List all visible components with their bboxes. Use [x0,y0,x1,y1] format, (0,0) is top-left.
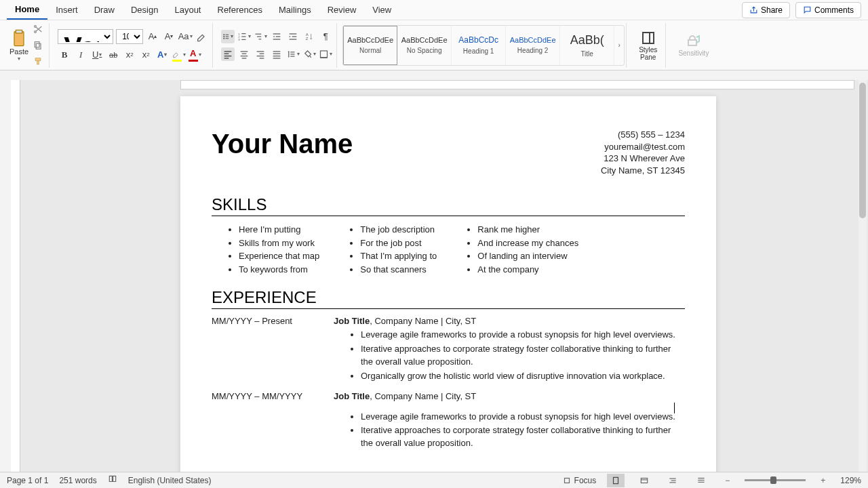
scrollbar-vertical[interactable] [859,80,867,472]
zoom-level[interactable]: 129% [840,476,861,485]
align-right-button[interactable] [254,47,267,61]
sort-button[interactable]: AZ [302,30,316,43]
line-spacing-button[interactable] [286,47,300,61]
print-layout-icon [611,476,620,485]
increase-indent-button[interactable] [286,30,300,43]
sort-icon: AZ [304,31,315,42]
borders-icon [319,49,329,60]
decrease-indent-button[interactable] [270,30,283,43]
print-layout-view[interactable] [607,474,625,487]
outline-view[interactable] [664,474,682,487]
bucket-icon [302,49,313,60]
align-left-button[interactable] [221,47,235,61]
change-case-button[interactable]: Aa [178,30,192,43]
svg-rect-30 [224,53,229,54]
zoom-in-button[interactable]: + [816,476,829,485]
tab-references[interactable]: References [210,1,271,19]
comments-button[interactable]: Comments [795,2,861,18]
tab-design[interactable]: Design [123,1,166,19]
style-heading-2[interactable]: AaBbCcDdEeHeading 2 [506,26,560,65]
ruler-vertical[interactable] [11,80,20,472]
svg-text:A: A [306,32,309,36]
align-center-button[interactable] [237,47,251,61]
multilevel-list-button[interactable] [254,30,267,43]
borders-button[interactable] [319,47,332,61]
status-bar: Page 1 of 1 251 words English (United St… [0,472,868,488]
highlight-button[interactable] [172,48,185,62]
format-painter-button[interactable] [31,55,45,68]
svg-rect-26 [290,39,297,39]
tab-home[interactable]: Home [7,0,47,20]
draft-view[interactable] [692,474,710,487]
sensitivity-icon [686,33,702,49]
page-indicator[interactable]: Page 1 of 1 [7,476,48,485]
align-right-icon [255,49,266,60]
svg-rect-11 [226,38,229,39]
page[interactable]: Your Name (555) 555 – 1234 youremail@tes… [180,96,716,472]
svg-rect-44 [273,58,281,58]
font-size-select[interactable]: 10 [116,29,143,44]
shrink-font-button[interactable]: A▾ [162,30,176,43]
style-no-spacing[interactable]: AaBbCcDdEeNo Spacing [397,26,452,65]
copy-button[interactable] [31,39,45,52]
svg-point-8 [224,36,225,37]
ruler-horizontal[interactable] [180,80,854,89]
numbering-icon: 123 [237,31,248,42]
tab-view[interactable]: View [364,1,399,19]
shading-button[interactable] [302,47,316,61]
tab-review[interactable]: Review [319,1,365,19]
svg-point-2 [35,30,37,33]
clear-formatting-button[interactable] [195,30,208,43]
sensitivity-button[interactable]: Sensitivity [674,33,713,57]
zoom-slider[interactable] [745,479,806,481]
svg-rect-13 [241,33,245,34]
subscript-button[interactable]: x2 [123,48,136,62]
bullets-button[interactable] [221,30,235,43]
paste-button[interactable]: Paste ▾ [9,28,28,62]
document-area: Your Name (555) 555 – 1234 youremail@tes… [11,80,868,472]
focus-mode-button[interactable]: Focus [562,476,597,485]
word-count[interactable]: 251 words [59,476,96,485]
grow-font-button[interactable]: A▴ [146,30,159,43]
indent-icon [288,31,298,42]
strikethrough-button[interactable]: ab [106,48,120,62]
style-heading-1[interactable]: AaBbCcDcHeading 1 [452,26,506,65]
styles-gallery: AaBbCcDdEeNormal AaBbCcDdEeNo Spacing Aa… [342,25,625,66]
copy-icon [33,40,43,51]
show-marks-button[interactable]: ¶ [319,30,332,43]
tab-draw[interactable]: Draw [86,1,123,19]
cut-button[interactable] [31,22,45,36]
superscript-button[interactable]: x2 [139,48,153,62]
svg-rect-19 [257,36,261,37]
share-icon [749,5,758,14]
font-name-select[interactable]: Verdana [58,29,113,44]
style-normal[interactable]: AaBbCcDdEeNormal [343,26,397,65]
svg-point-6 [224,34,225,35]
svg-rect-33 [241,51,248,52]
pane-icon [640,30,656,46]
more-styles-button[interactable]: › [614,41,624,49]
zoom-out-button[interactable]: − [721,476,734,485]
tab-layout[interactable]: Layout [166,1,209,19]
style-title[interactable]: AaBb(Title [560,26,614,65]
spellcheck-button[interactable] [108,474,117,486]
numbering-button[interactable]: 123 [237,30,251,43]
underline-button[interactable]: U [90,48,104,62]
language-indicator[interactable]: English (United States) [128,476,212,485]
tab-insert[interactable]: Insert [47,1,86,19]
svg-rect-21 [273,33,281,34]
italic-button[interactable]: I [74,48,87,62]
text-effects-button[interactable]: A [155,48,169,62]
ribbon: Paste ▾ Verdana 10 A▴ A▾ Aa B I U ab [0,20,868,70]
tab-mailings[interactable]: Mailings [271,1,319,19]
share-button[interactable]: Share [742,2,790,18]
bold-button[interactable]: B [58,48,71,62]
svg-rect-22 [276,36,281,37]
styles-pane-button[interactable]: Styles Pane [635,30,661,61]
justify-button[interactable] [270,47,283,61]
font-color-button[interactable]: A [188,48,201,62]
svg-point-10 [224,37,225,39]
focus-icon [562,476,572,485]
web-layout-view[interactable] [635,474,653,487]
align-left-icon [222,49,233,60]
